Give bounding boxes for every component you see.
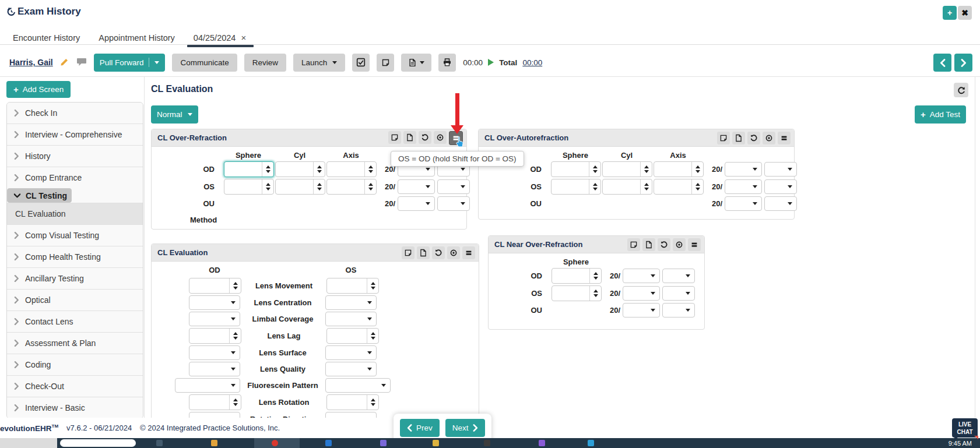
add-screen-button[interactable]: +Add Screen xyxy=(6,81,71,98)
record-dot-icon[interactable] xyxy=(434,131,447,144)
os-acuity-mod-select[interactable] xyxy=(764,179,797,194)
os-acuity-mod-select[interactable] xyxy=(662,286,695,301)
os-lens-rotation-spinner[interactable] xyxy=(326,394,379,410)
od-lens-rotation-spinner[interactable] xyxy=(189,394,241,410)
ou-acuity-select[interactable] xyxy=(623,303,660,318)
edit-pencil-icon[interactable] xyxy=(60,57,69,68)
sidebar-item-interview-basic[interactable]: Interview - Basic xyxy=(7,397,143,418)
close-window-button[interactable]: ✖ xyxy=(958,6,972,20)
next-encounter-button[interactable] xyxy=(954,54,972,72)
od-fluorescein-pattern-select[interactable] xyxy=(175,378,240,393)
copy-os-od-icon[interactable] xyxy=(462,246,475,259)
tasks-checkbox-button[interactable] xyxy=(352,54,370,72)
taskbar-app-icon[interactable] xyxy=(380,440,387,446)
os-axis-spinner[interactable] xyxy=(654,179,704,195)
note-icon[interactable] xyxy=(627,238,640,251)
page-icon[interactable] xyxy=(642,238,655,251)
od-sphere-spinner[interactable] xyxy=(551,161,601,177)
sidebar-item-check-out[interactable]: Check-Out xyxy=(7,375,143,397)
note-button[interactable] xyxy=(377,54,394,72)
os-lens-lag-spinner[interactable] xyxy=(326,328,379,344)
play-icon[interactable] xyxy=(488,59,494,66)
od-lens-surface-select[interactable] xyxy=(189,345,240,360)
os-lens-surface-select[interactable] xyxy=(325,345,377,360)
layout-mode-dropdown[interactable]: Normal xyxy=(151,105,198,124)
live-chat-button[interactable]: LIVE CHAT xyxy=(952,418,978,438)
os-acuity-select[interactable] xyxy=(623,286,660,301)
history-icon[interactable] xyxy=(747,132,760,144)
taskbar-search-pill[interactable] xyxy=(60,439,136,447)
page-icon[interactable] xyxy=(417,246,430,259)
patient-name-link[interactable]: Harris, Gail xyxy=(9,58,53,67)
os-fluorescein-pattern-select[interactable] xyxy=(325,378,391,393)
os-sphere-spinner[interactable] xyxy=(224,179,274,195)
tab-date[interactable]: 04/25/2024× xyxy=(194,33,246,44)
ou-acuity-mod-select[interactable] xyxy=(662,303,695,318)
ou-acuity-mod-select[interactable] xyxy=(764,196,797,211)
od-acuity-mod-select[interactable] xyxy=(662,269,695,283)
record-app-icon[interactable] xyxy=(272,440,278,446)
sidebar-item-check-in[interactable]: Check In xyxy=(7,103,143,124)
os-lens-quality-select[interactable] xyxy=(325,362,377,376)
record-dot-icon[interactable] xyxy=(673,238,686,251)
print-button[interactable] xyxy=(438,54,456,72)
record-dot-icon[interactable] xyxy=(447,246,460,259)
od-sphere-spinner[interactable] xyxy=(552,268,602,284)
sidebar-item-cl-testing[interactable]: CL Testing xyxy=(7,188,72,203)
ou-acuity-mod-select[interactable] xyxy=(437,196,470,211)
sidebar-item-history[interactable]: History xyxy=(7,145,143,167)
os-acuity-select[interactable] xyxy=(725,179,762,194)
close-tab-icon[interactable]: × xyxy=(241,33,246,43)
od-acuity-mod-select[interactable] xyxy=(764,162,797,177)
sidebar-item-interview-comprehensive[interactable]: Interview - Comprehensive xyxy=(7,124,143,145)
page-icon[interactable] xyxy=(403,131,416,144)
document-menu-button[interactable] xyxy=(401,54,431,72)
od-lens-centration-select[interactable] xyxy=(189,295,240,310)
record-dot-icon[interactable] xyxy=(763,132,775,144)
sidebar-item-comp-visual-testing[interactable]: Comp Visual Testing xyxy=(7,224,143,246)
sidebar-item-cl-evaluation[interactable]: CL Evaluation xyxy=(7,203,143,224)
taskbar-app-icon[interactable] xyxy=(539,440,545,446)
od-lens-movement-spinner[interactable] xyxy=(189,278,241,294)
communicate-button[interactable]: Communicate xyxy=(172,54,237,72)
next-button[interactable]: Next xyxy=(445,419,485,437)
od-lens-quality-select[interactable] xyxy=(189,362,240,376)
sidebar-item-coding[interactable]: Coding xyxy=(7,354,143,375)
sidebar-item-optical[interactable]: Optical xyxy=(7,289,143,311)
os-acuity-mod-select[interactable] xyxy=(437,179,470,194)
sidebar-item-ancillary-testing[interactable]: Ancillary Testing xyxy=(7,267,143,289)
page-icon[interactable] xyxy=(732,132,745,144)
os-acuity-select[interactable] xyxy=(398,179,435,194)
tab-encounter-history[interactable]: Encounter History xyxy=(13,33,80,44)
os-cyl-spinner[interactable] xyxy=(602,179,652,195)
taskbar-app-icon[interactable] xyxy=(433,440,439,446)
copy-os-od-icon[interactable] xyxy=(688,238,701,251)
refresh-button[interactable] xyxy=(954,83,968,97)
od-acuity-select[interactable] xyxy=(725,162,762,177)
os-sphere-spinner[interactable] xyxy=(552,285,602,301)
os-lens-movement-spinner[interactable] xyxy=(326,278,379,294)
taskbar-app-icon[interactable] xyxy=(588,440,594,446)
history-icon[interactable] xyxy=(432,246,445,259)
taskbar-app-icon[interactable] xyxy=(156,440,163,446)
taskbar-app-icon[interactable] xyxy=(484,440,490,446)
od-acuity-select[interactable] xyxy=(623,269,660,283)
taskbar-app-icon[interactable] xyxy=(325,440,332,446)
od-cyl-spinner[interactable] xyxy=(602,161,652,177)
launch-button[interactable]: Launch xyxy=(293,54,345,72)
total-time-link[interactable]: 00:00 xyxy=(522,58,542,67)
chat-bubble-icon[interactable] xyxy=(76,57,87,68)
add-window-button[interactable]: + xyxy=(943,6,957,20)
os-lens-centration-select[interactable] xyxy=(325,295,377,310)
copy-os-od-icon[interactable] xyxy=(778,132,791,144)
history-icon[interactable] xyxy=(419,131,431,144)
review-button[interactable]: Review xyxy=(244,54,286,72)
os-sphere-spinner[interactable] xyxy=(551,179,601,195)
ou-acuity-select[interactable] xyxy=(398,196,435,211)
od-sphere-spinner[interactable] xyxy=(224,161,274,177)
pull-forward-button[interactable]: Pull Forward xyxy=(94,54,166,72)
os-axis-spinner[interactable] xyxy=(326,179,377,195)
od-axis-spinner[interactable] xyxy=(654,161,704,177)
add-test-button[interactable]: +Add Test xyxy=(915,105,966,124)
ou-acuity-select[interactable] xyxy=(725,196,762,211)
